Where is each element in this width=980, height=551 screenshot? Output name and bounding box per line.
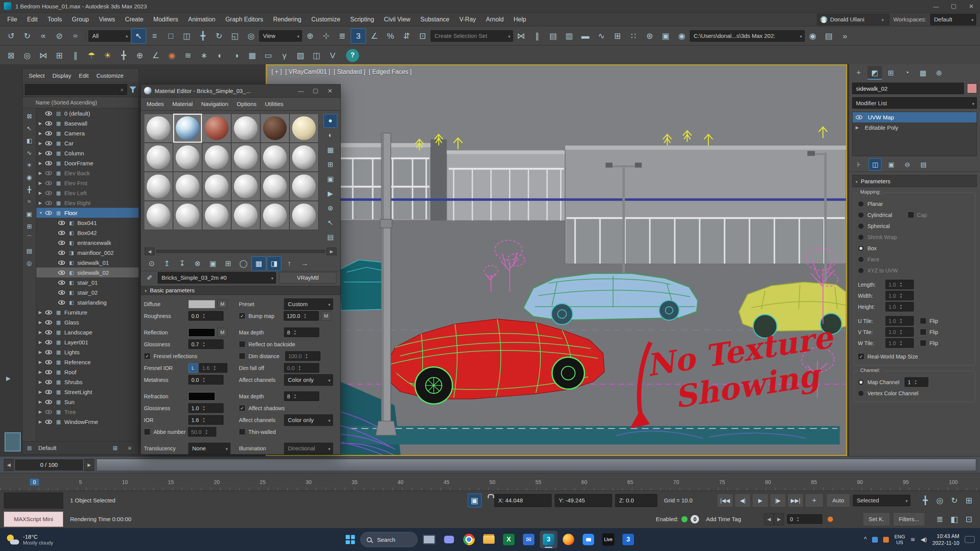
visibility-eye-icon[interactable]	[45, 181, 52, 185]
go-to-parent-icon[interactable]: ↑	[282, 256, 297, 271]
expand-arrow-icon[interactable]: ▶	[39, 161, 45, 166]
me-menu-options[interactable]: Options	[232, 97, 261, 111]
notification-center-icon[interactable]	[965, 536, 975, 543]
minimize-button[interactable]	[927, 0, 945, 12]
tree-item-furniture[interactable]: ▶ ▦ Furniture	[36, 307, 139, 317]
tree-item-landscape[interactable]: ▶ ▦ Landscape	[36, 327, 139, 337]
tree-item-mainfloor-002[interactable]: ◨ mainfloor_002	[36, 248, 139, 258]
unlink-selection-icon[interactable]: ⊘	[52, 28, 67, 44]
material-editor-titlebar[interactable]: Material Editor - Bricks_Simple_03_...	[141, 85, 340, 98]
previous-frame-icon[interactable]: ◀	[4, 459, 14, 471]
taskbar-chat-icon[interactable]	[440, 531, 458, 548]
expand-arrow-icon[interactable]: ▼	[39, 210, 45, 215]
menu-customize[interactable]: Customize	[306, 13, 345, 26]
menu-scripting[interactable]: Scripting	[345, 13, 379, 26]
material-slot[interactable]	[231, 114, 260, 143]
u-flip-checkbox[interactable]	[920, 318, 926, 324]
visibility-eye-icon[interactable]	[45, 171, 52, 175]
me-close-button[interactable]	[323, 85, 337, 96]
visibility-eye-icon[interactable]	[45, 161, 52, 165]
material-options-icon[interactable]: ⊛	[323, 201, 337, 215]
material-slot[interactable]	[144, 143, 173, 172]
translucency-dropdown[interactable]: None	[188, 443, 230, 454]
taskbar-3dsmax-icon[interactable]: 3	[540, 531, 557, 548]
bump-amount-spinner[interactable]: 120.0	[284, 311, 319, 321]
material-slot[interactable]	[144, 201, 173, 230]
map-channel-spinner[interactable]: 1	[905, 377, 928, 387]
selection-lock-icon[interactable]: ⊠	[3, 48, 19, 63]
me-maximize-button[interactable]	[308, 85, 323, 96]
visibility-eye-icon[interactable]	[45, 420, 52, 424]
select-object-icon[interactable]: ↖	[131, 28, 146, 44]
rectangular-selection-region-icon[interactable]: □	[163, 28, 178, 44]
selection-lock-icon[interactable]	[482, 497, 491, 504]
visibility-eye-icon[interactable]	[58, 300, 65, 305]
expand-arrow-icon[interactable]: ▶	[39, 419, 45, 424]
viewport[interactable]: No Texture Showing [ + ][ VRayCam001 ][ …	[266, 64, 847, 456]
keyboard-shortcut-toggle-icon[interactable]: ≣	[933, 512, 947, 526]
stack-item-editable-poly[interactable]: ▶ Editable Poly	[853, 122, 977, 133]
explorer-sort-header[interactable]: Name (Sorted Ascending)	[23, 97, 139, 108]
expand-arrow-icon[interactable]: ▶	[39, 380, 45, 385]
gamma-settings-icon[interactable]: γ	[277, 48, 292, 63]
slot-scroll-left-icon[interactable]: ◀	[145, 248, 155, 255]
expand-arrow-icon[interactable]: ▶	[39, 141, 45, 146]
tree-item-camera[interactable]: ▶ ▦ Camera	[36, 128, 139, 138]
explorer-collapse-arrow[interactable]: ▶	[6, 375, 11, 382]
expand-arrow-icon[interactable]: ▶	[39, 350, 45, 355]
keyboard-shortcut-override-icon[interactable]: ≣	[335, 28, 350, 44]
make-preview-icon[interactable]: ▶	[323, 187, 337, 201]
tree-item-elev-left[interactable]: ▶ ▦ Elev Left	[36, 188, 139, 198]
environment-icon[interactable]: ≋	[180, 48, 196, 63]
expand-arrow-icon[interactable]: ▶	[39, 171, 45, 176]
w-flip-checkbox[interactable]	[920, 340, 926, 346]
real-world-map-checkbox[interactable]	[858, 353, 864, 360]
v-flip-checkbox[interactable]	[920, 329, 926, 335]
spinner-snap-icon[interactable]: ⇵	[399, 28, 414, 44]
frame-step-back-icon[interactable]: ◀	[764, 513, 774, 525]
material-slot[interactable]	[173, 201, 202, 230]
visibility-eye-icon[interactable]	[45, 350, 52, 354]
me-menu-navigation[interactable]: Navigation	[197, 97, 232, 111]
weather-widget[interactable]: -18°C Mostly cloudy	[0, 533, 53, 546]
material-name-dropdown[interactable]: Bricks_Simple_03_2m #0	[158, 272, 276, 284]
expand-arrow-icon[interactable]: ▶	[39, 201, 45, 205]
expand-arrow-icon[interactable]: ▶	[39, 191, 45, 196]
x-coordinate-field[interactable]: X: 44.048	[494, 494, 552, 507]
material-slot[interactable]	[202, 201, 231, 230]
select-and-link-icon[interactable]: ∝	[36, 28, 51, 44]
expand-arrow-icon[interactable]: ▶	[39, 390, 45, 395]
abbe-number-checkbox[interactable]	[144, 429, 150, 435]
preset-dropdown[interactable]: Custom	[284, 298, 333, 310]
menu-views[interactable]: Views	[94, 13, 120, 26]
get-material-icon[interactable]: ⊙	[144, 256, 159, 271]
slot-scroll-right-icon[interactable]: ▶	[327, 248, 336, 255]
menu-modifiers[interactable]: Modifiers	[149, 13, 183, 26]
configure-modifier-sets-icon[interactable]: ▤	[917, 158, 930, 171]
array-tool-icon[interactable]: ⊞	[52, 48, 67, 63]
redo-icon[interactable]: ↻	[20, 28, 35, 44]
clock[interactable]: 10:43 AM2022-11-10	[932, 533, 959, 546]
viewport-scene[interactable]: No Texture Showing	[267, 65, 846, 455]
schematic-view-icon[interactable]: ⊞	[610, 28, 625, 44]
hidden-icons-chevron[interactable]: ^	[864, 536, 867, 543]
object-name-field[interactable]: sidewalk_02	[852, 83, 964, 94]
background-icon[interactable]: ▦	[323, 143, 337, 157]
material-slot[interactable]	[231, 172, 260, 201]
snapshot-icon[interactable]: ◎	[20, 48, 35, 63]
visibility-eye-icon[interactable]	[45, 360, 52, 364]
visibility-eye-icon[interactable]	[45, 330, 52, 334]
stack-item-uvw-map[interactable]: UVW Map	[853, 112, 977, 122]
material-slot[interactable]	[289, 114, 318, 143]
zoom-view-icon[interactable]: ◎	[933, 494, 947, 507]
refract-affect-channels-dropdown[interactable]: Color only	[284, 414, 333, 426]
material-slot[interactable]	[144, 172, 173, 201]
taskbar-explorer-icon[interactable]	[480, 531, 498, 548]
render-setup-icon[interactable]: ⊛	[642, 28, 657, 44]
menu-create[interactable]: Create	[120, 13, 149, 26]
taskbar-firefox-icon[interactable]	[560, 531, 577, 548]
tree-item-sun[interactable]: ▶ ▦ Sun	[36, 397, 139, 407]
enabled-indicator[interactable]	[681, 516, 688, 522]
me-menu-modes[interactable]: Modes	[142, 97, 168, 111]
taskbar-3ds-icon[interactable]: 3	[619, 531, 637, 548]
